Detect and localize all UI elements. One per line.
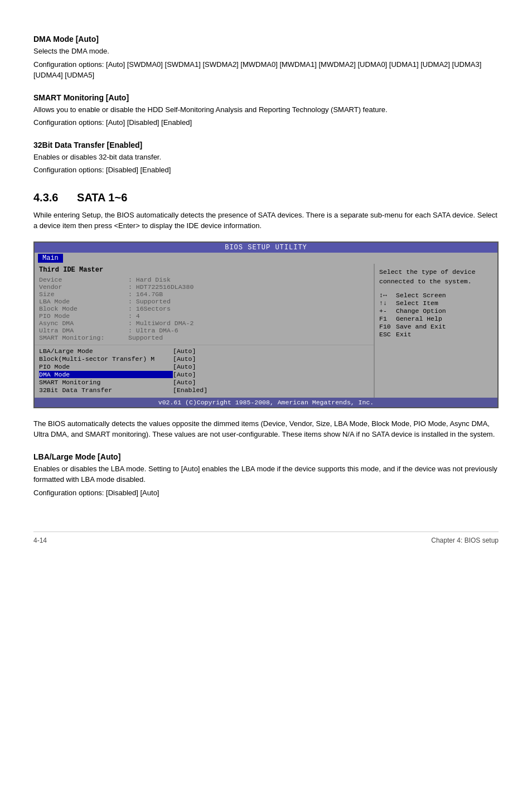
bios-info-row: Vendor: HDT722516DLA380 xyxy=(39,283,369,291)
sata-intro: While entering Setup, the BIOS automatic… xyxy=(33,210,499,231)
bios-right-desc: Select the type of device connected to t… xyxy=(379,267,493,287)
key-symbol: ESC xyxy=(379,331,396,338)
bios-option-label: PIO Mode xyxy=(39,363,173,370)
bios-info-label: Size xyxy=(39,291,128,298)
bios-info-value: : Supported xyxy=(128,298,171,305)
bios-info-label: SMART Monitoring: xyxy=(39,334,128,341)
bios-key-row: ↕↔Select Screen xyxy=(379,292,493,299)
bios-info-value: : 16Sectors xyxy=(128,305,171,312)
bios-info-block: Device: Hard DiskVendor: HDT722516DLA380… xyxy=(35,275,374,345)
bios-left-panel: Third IDE Master Device: Hard DiskVendor… xyxy=(35,264,375,398)
bios-info-label: Vendor xyxy=(39,283,128,291)
bios-info-row: Size: 164.7GB xyxy=(39,291,369,298)
key-symbol: ↑↓ xyxy=(379,299,396,307)
bios-option-row[interactable]: DMA Mode[Auto] xyxy=(39,371,369,378)
bios-option-label: Block(Multi-sector Transfer) M xyxy=(39,355,173,363)
chapter-heading: 4.3.6 SATA 1~6 xyxy=(33,191,499,204)
bios-info-row: Device: Hard Disk xyxy=(39,276,369,283)
bios-key-row: +-Change Option xyxy=(379,307,493,315)
key-description: Exit xyxy=(396,331,412,338)
bios-option-row[interactable]: Block(Multi-sector Transfer) M[Auto] xyxy=(39,355,369,363)
bios-option-row[interactable]: SMART Monitoring[Auto] xyxy=(39,379,369,386)
bios-option-row[interactable]: 32Bit Data Transfer[Enabled] xyxy=(39,386,369,394)
bios-info-label: Device xyxy=(39,276,128,283)
auto-detect-note: The BIOS automatically detects the value… xyxy=(33,418,499,440)
bios-info-row: Block Mode: 16Sectors xyxy=(39,305,369,312)
key-description: Select Screen xyxy=(396,292,446,299)
bios-tab-main[interactable]: Main xyxy=(38,254,63,263)
bios-body: Third IDE Master Device: Hard DiskVendor… xyxy=(35,264,497,398)
bios-info-row: PIO Mode: 4 xyxy=(39,312,369,320)
bios-option-value: [Auto] xyxy=(173,379,196,386)
smart-heading: SMART Monitoring [Auto] xyxy=(33,93,499,102)
bios-info-row: Async DMA: MultiWord DMA-2 xyxy=(39,320,369,327)
smart-section: SMART Monitoring [Auto] Allows you to en… xyxy=(33,93,499,128)
data-transfer-desc1: Enables or disables 32-bit data transfer… xyxy=(33,152,499,163)
dma-mode-heading: DMA Mode [Auto] xyxy=(33,35,499,44)
bios-option-row[interactable]: PIO Mode[Auto] xyxy=(39,363,369,370)
lba-mode-desc2: Configuration options: [Disabled] [Auto] xyxy=(33,487,499,499)
lba-mode-desc1: Enables or disables the LBA mode. Settin… xyxy=(33,463,499,485)
bios-option-value: [Enabled] xyxy=(173,386,207,394)
bios-info-value: : HDT722516DLA380 xyxy=(128,283,194,291)
bios-screen: BIOS SETUP UTILITY Main Third IDE Master… xyxy=(33,241,499,408)
bios-key-row: F1General Help xyxy=(379,315,493,322)
bios-info-row: LBA Mode: Supported xyxy=(39,298,369,305)
chapter-num: 4.3.6 xyxy=(33,191,58,204)
key-symbol: ↕↔ xyxy=(379,292,396,299)
bios-option-row[interactable]: LBA/Large Mode[Auto] xyxy=(39,347,369,355)
footer-right: Chapter 4: BIOS setup xyxy=(431,537,499,544)
bios-info-label: Block Mode xyxy=(39,305,128,312)
bios-right-keys: ↕↔Select Screen↑↓Select Item+-Change Opt… xyxy=(379,292,493,338)
bios-info-label: Ultra DMA xyxy=(39,327,128,334)
bios-option-label: LBA/Large Mode xyxy=(39,347,173,355)
key-symbol: +- xyxy=(379,307,396,315)
bios-option-value: [Auto] xyxy=(173,347,196,355)
bios-info-value: : 4 xyxy=(128,312,140,320)
bios-info-value: : MultiWord DMA-2 xyxy=(128,320,194,327)
bios-option-label: 32Bit Data Transfer xyxy=(39,386,173,394)
data-transfer-heading: 32Bit Data Transfer [Enabled] xyxy=(33,141,499,149)
dma-mode-section: DMA Mode [Auto] Selects the DMA mode. Co… xyxy=(33,35,499,81)
bios-info-label: PIO Mode xyxy=(39,312,128,320)
bios-option-value: [Auto] xyxy=(173,371,196,378)
chapter-title: SATA 1~6 xyxy=(77,191,127,204)
smart-desc1: Allows you to enable or disable the HDD … xyxy=(33,104,499,115)
footer-left: 4-14 xyxy=(33,537,47,544)
bios-option-value: [Auto] xyxy=(173,363,196,370)
bios-key-row: ↑↓Select Item xyxy=(379,299,493,307)
bios-info-row: Ultra DMA: Ultra DMA-6 xyxy=(39,327,369,334)
lba-mode-section: LBA/Large Mode [Auto] Enables or disable… xyxy=(33,452,499,499)
bios-info-row: SMART Monitoring:Supported xyxy=(39,334,369,341)
bios-info-value: : Hard Disk xyxy=(128,276,171,283)
bios-title-bar: BIOS SETUP UTILITY xyxy=(35,243,497,253)
bios-info-value: : Ultra DMA-6 xyxy=(128,327,178,334)
bios-options-block: LBA/Large Mode[Auto]Block(Multi-sector T… xyxy=(35,345,374,398)
bios-option-label: SMART Monitoring xyxy=(39,379,173,386)
data-transfer-section: 32Bit Data Transfer [Enabled] Enables or… xyxy=(33,141,499,176)
bios-footer: v02.61 (C)Copyright 1985-2008, American … xyxy=(35,398,497,407)
bios-tab-bar: Main xyxy=(35,253,497,264)
key-symbol: F1 xyxy=(379,315,396,322)
bios-info-label: LBA Mode xyxy=(39,298,128,305)
bios-key-row: ESCExit xyxy=(379,331,493,338)
data-transfer-desc2: Configuration options: [Disabled] [Enabl… xyxy=(33,165,499,176)
bios-option-value: [Auto] xyxy=(173,355,196,363)
bios-section-title: Third IDE Master xyxy=(35,264,374,275)
key-description: Select Item xyxy=(396,299,438,307)
smart-desc2: Configuration options: [Auto] [Disabled]… xyxy=(33,117,499,128)
footer-bar: 4-14 Chapter 4: BIOS setup xyxy=(33,532,499,544)
key-description: Save and Exit xyxy=(396,323,446,330)
bios-key-row: F10Save and Exit xyxy=(379,323,493,330)
bios-info-value: Supported xyxy=(128,334,163,341)
key-description: General Help xyxy=(396,315,442,322)
bios-info-value: : 164.7GB xyxy=(128,291,163,298)
bios-right-panel: Select the type of device connected to t… xyxy=(375,264,497,398)
bios-option-label: DMA Mode xyxy=(39,371,173,378)
bios-info-label: Async DMA xyxy=(39,320,128,327)
sata-section: 4.3.6 SATA 1~6 While entering Setup, the… xyxy=(33,191,499,231)
key-description: Change Option xyxy=(396,307,446,315)
dma-mode-desc1: Selects the DMA mode. xyxy=(33,46,499,57)
dma-mode-desc2: Configuration options: [Auto] [SWDMA0] [… xyxy=(33,59,499,81)
lba-mode-heading: LBA/Large Mode [Auto] xyxy=(33,452,499,461)
